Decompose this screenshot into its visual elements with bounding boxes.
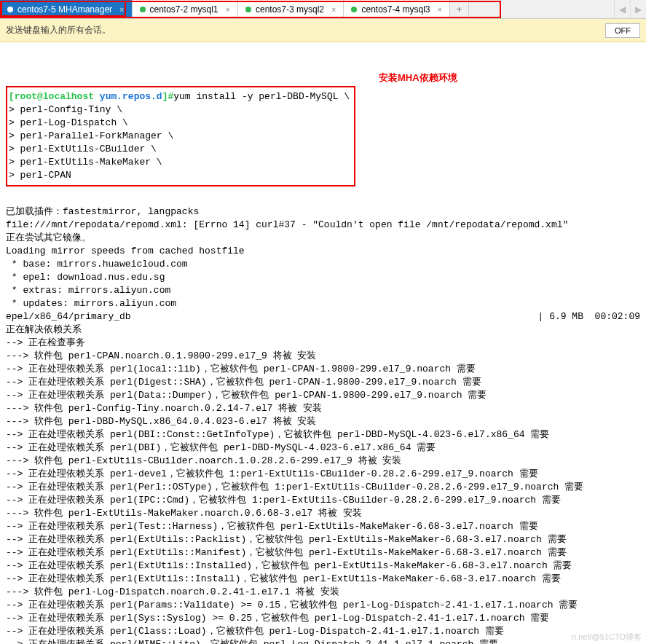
broadcast-hint: 发送键盘输入的所有会话。	[6, 24, 111, 36]
status-dot-icon	[7, 7, 13, 12]
output-line: --> 正在处理依赖关系 perl(DBI)，它被软件包 perl-DBD-My…	[6, 441, 640, 455]
command-continuation: > perl-Config-Tiny \	[9, 103, 350, 117]
output-line: --> 正在处理依赖关系 perl(ExtUtils::Manifest)，它被…	[6, 546, 640, 559]
watermark: n.net/@51CTO博客	[572, 632, 642, 643]
tab-scroll-right[interactable]: ▶	[630, 0, 646, 18]
tab-1[interactable]: centos7-2 mysql1×	[133, 0, 238, 18]
output-line: --> 正在处理依赖关系 perl(Test::Harness)，它被软件包 p…	[6, 520, 640, 533]
status-dot-icon	[245, 7, 251, 12]
output-line: --> 正在处理依赖关系 perl(Perl::OSType)，它被软件包 1:…	[6, 481, 640, 494]
output-line: --> 正在处理依赖关系 perl(IPC::Cmd)，它被软件包 1:perl…	[6, 494, 640, 507]
output-line: --> 正在处理依赖关系 perl(Class::Load)，它被软件包 per…	[6, 625, 640, 638]
output-line: ---> 软件包 perl-ExtUtils-CBuilder.noarch.1…	[6, 455, 640, 468]
terminal-output[interactable]: 已加载插件：fastestmirror, langpacksfile:///mn…	[0, 205, 646, 644]
output-line: ---> 软件包 perl-ExtUtils-MakeMaker.noarch.…	[6, 507, 640, 520]
tab-2[interactable]: centos7-3 mysql2×	[238, 0, 344, 18]
output-line: --> 正在处理依赖关系 perl(Data::Dumper)，它被软件包 pe…	[6, 389, 640, 402]
output-line: 正在解决依赖关系	[6, 323, 640, 337]
output-line: --> 正在处理依赖关系 perl(local::lib)，它被软件包 perl…	[6, 363, 640, 376]
broadcast-bar: 发送键盘输入的所有会话。 OFF	[0, 19, 646, 42]
command-prompt-line: [root@localhost yum.repos.d]#yum install…	[9, 90, 350, 103]
tab-label: centos7-2 mysql1	[150, 4, 218, 15]
terminal-area[interactable]: 安装MHA依赖环境 [root@localhost yum.repos.d]#y…	[0, 42, 646, 205]
output-line: --> 正在处理依赖关系 perl-devel，它被软件包 1:perl-Ext…	[6, 468, 640, 481]
tab-label: centos7-4 mysql3	[361, 4, 430, 15]
tab-bar: centos7-5 MHAmanager×centos7-2 mysql1×ce…	[0, 0, 646, 19]
annotation-command-box: [root@localhost yum.repos.d]#yum install…	[6, 86, 355, 186]
output-line: --> 正在处理依赖关系 perl(Sys::Syslog) >= 0.25，它…	[6, 612, 640, 625]
download-status-line: epel/x86_64/primary_db| 6.9 MB 00:02:09	[6, 310, 640, 323]
output-line: * updates: mirrors.aliyun.com	[6, 297, 640, 310]
tab-label: centos7-5 MHAmanager	[17, 4, 112, 15]
output-line: ---> 软件包 perl-CPAN.noarch.0.1.9800-299.e…	[6, 350, 640, 363]
tab-scroll-left[interactable]: ◀	[614, 0, 630, 18]
output-line: --> 正在处理依赖关系 perl(ExtUtils::Install)，它被软…	[6, 573, 640, 586]
broadcast-off-button[interactable]: OFF	[605, 23, 640, 38]
tab-3[interactable]: centos7-4 mysql3×	[344, 0, 449, 18]
output-line: file:///mnt/repodata/repomd.xml: [Errno …	[6, 219, 640, 232]
output-line: --> 正在处理依赖关系 perl(MIME::Lite)，它被软件包 perl…	[6, 638, 640, 644]
close-icon[interactable]: ×	[438, 5, 442, 14]
status-dot-icon	[140, 7, 146, 12]
output-line: ---> 软件包 perl-Log-Dispatch.noarch.0.2.41…	[6, 586, 640, 599]
command-continuation: > perl-Log-Dispatch \	[9, 117, 350, 130]
add-tab-button[interactable]: +	[450, 0, 469, 18]
annotation-install-note: 安装MHA依赖环境	[379, 71, 457, 85]
output-line: 已加载插件：fastestmirror, langpacks	[6, 205, 640, 219]
command-continuation: > perl-Parallel-ForkManager \	[9, 130, 350, 143]
output-line: --> 正在检查事务	[6, 337, 640, 350]
status-dot-icon	[351, 7, 357, 12]
command-continuation: > perl-ExtUtils-MakeMaker \	[9, 156, 350, 169]
command-continuation: > perl-CPAN	[9, 169, 350, 182]
output-line: --> 正在处理依赖关系 perl(Digest::SHA)，它被软件包 per…	[6, 376, 640, 389]
close-icon[interactable]: ×	[226, 5, 230, 14]
output-line: --> 正在处理依赖关系 perl(ExtUtils::Packlist)，它被…	[6, 533, 640, 546]
output-line: --> 正在处理依赖关系 perl(Params::Validate) >= 0…	[6, 599, 640, 612]
output-line: ---> 软件包 perl-Config-Tiny.noarch.0.2.14-…	[6, 402, 640, 415]
tab-0[interactable]: centos7-5 MHAmanager×	[0, 0, 133, 18]
output-line: Loading mirror speeds from cached hostfi…	[6, 245, 640, 258]
tab-label: centos7-3 mysql2	[256, 4, 324, 15]
command-continuation: > perl-ExtUtils-CBuilder \	[9, 143, 350, 156]
close-icon[interactable]: ×	[119, 5, 124, 14]
output-line: * extras: mirrors.aliyun.com	[6, 284, 640, 297]
output-line: * base: mirrors.huaweicloud.com	[6, 258, 640, 271]
close-icon[interactable]: ×	[331, 5, 336, 14]
output-line: --> 正在处理依赖关系 perl(ExtUtils::Installed)，它…	[6, 559, 640, 573]
output-line: ---> 软件包 perl-DBD-MySQL.x86_64.0.4.023-6…	[6, 415, 640, 428]
output-line: --> 正在处理依赖关系 perl(DBI::Const::GetInfoTyp…	[6, 428, 640, 441]
output-line: * epel: download.nus.edu.sg	[6, 271, 640, 284]
output-line: 正在尝试其它镜像。	[6, 232, 640, 245]
